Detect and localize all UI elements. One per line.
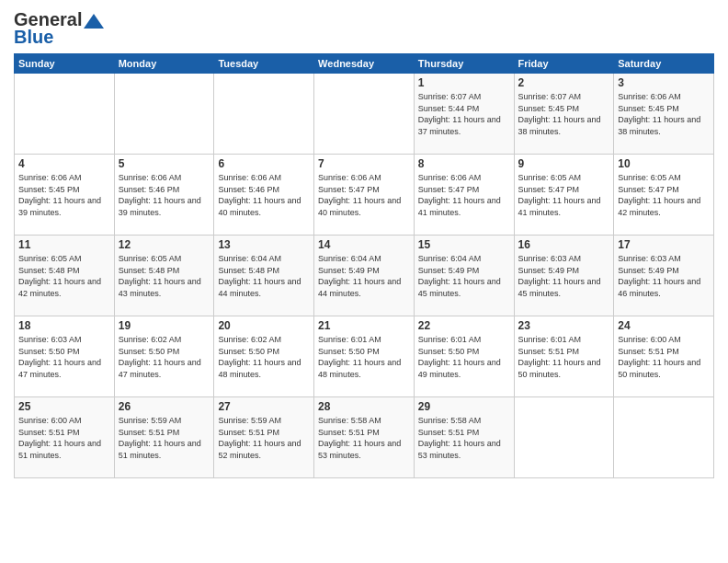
calendar-cell: 12Sunrise: 6:05 AMSunset: 5:48 PMDayligh… — [114, 236, 214, 316]
calendar-cell: 25Sunrise: 6:00 AMSunset: 5:51 PMDayligh… — [15, 397, 115, 478]
calendar-cell: 7Sunrise: 6:06 AMSunset: 5:47 PMDaylight… — [314, 155, 415, 236]
calendar-cell: 29Sunrise: 5:58 AMSunset: 5:51 PMDayligh… — [414, 397, 514, 478]
day-number: 19 — [119, 319, 210, 332]
day-detail: Sunrise: 5:58 AMSunset: 5:51 PMDaylight:… — [318, 415, 410, 461]
day-number: 23 — [518, 319, 610, 332]
calendar-week-row: 4Sunrise: 6:06 AMSunset: 5:45 PMDaylight… — [15, 155, 714, 236]
day-detail: Sunrise: 6:04 AMSunset: 5:49 PMDaylight:… — [418, 253, 510, 299]
weekday-header: Sunday — [15, 54, 115, 74]
day-detail: Sunrise: 5:58 AMSunset: 5:51 PMDaylight:… — [418, 415, 510, 461]
day-number: 24 — [618, 319, 710, 332]
calendar-cell — [15, 74, 115, 155]
day-number: 16 — [518, 238, 610, 251]
day-detail: Sunrise: 6:03 AMSunset: 5:49 PMDaylight:… — [618, 253, 710, 299]
calendar-cell: 28Sunrise: 5:58 AMSunset: 5:51 PMDayligh… — [314, 397, 415, 478]
day-number: 21 — [318, 319, 410, 332]
calendar-cell: 20Sunrise: 6:02 AMSunset: 5:50 PMDayligh… — [214, 316, 314, 397]
day-number: 13 — [218, 238, 310, 251]
day-detail: Sunrise: 6:05 AMSunset: 5:47 PMDaylight:… — [618, 172, 710, 218]
day-detail: Sunrise: 6:07 AMSunset: 5:45 PMDaylight:… — [518, 91, 610, 137]
weekday-header: Wednesday — [314, 54, 415, 74]
day-number: 28 — [318, 400, 410, 413]
calendar-cell: 11Sunrise: 6:05 AMSunset: 5:48 PMDayligh… — [15, 236, 115, 316]
day-number: 5 — [119, 157, 210, 170]
day-detail: Sunrise: 6:01 AMSunset: 5:50 PMDaylight:… — [418, 334, 510, 380]
weekday-header: Friday — [514, 54, 614, 74]
calendar-cell: 14Sunrise: 6:04 AMSunset: 5:49 PMDayligh… — [314, 236, 415, 316]
day-number: 7 — [318, 157, 410, 170]
day-number: 10 — [618, 157, 710, 170]
day-number: 8 — [418, 157, 510, 170]
day-number: 27 — [218, 400, 310, 413]
calendar-cell: 8Sunrise: 6:06 AMSunset: 5:47 PMDaylight… — [414, 155, 514, 236]
day-detail: Sunrise: 6:01 AMSunset: 5:51 PMDaylight:… — [518, 334, 610, 380]
day-number: 9 — [518, 157, 610, 170]
calendar-cell: 18Sunrise: 6:03 AMSunset: 5:50 PMDayligh… — [15, 316, 115, 397]
day-detail: Sunrise: 6:00 AMSunset: 5:51 PMDaylight:… — [18, 415, 110, 461]
day-detail: Sunrise: 6:04 AMSunset: 5:49 PMDaylight:… — [318, 253, 410, 299]
day-detail: Sunrise: 6:01 AMSunset: 5:50 PMDaylight:… — [318, 334, 410, 380]
logo-blue: Blue — [14, 27, 53, 48]
day-number: 11 — [18, 238, 110, 251]
calendar-week-row: 11Sunrise: 6:05 AMSunset: 5:48 PMDayligh… — [15, 236, 714, 316]
calendar-cell: 5Sunrise: 6:06 AMSunset: 5:46 PMDaylight… — [114, 155, 214, 236]
calendar-cell: 1Sunrise: 6:07 AMSunset: 5:44 PMDaylight… — [414, 74, 514, 155]
svg-marker-0 — [84, 14, 104, 29]
day-detail: Sunrise: 6:03 AMSunset: 5:50 PMDaylight:… — [18, 334, 110, 380]
page-header: General Blue — [14, 9, 714, 48]
calendar-week-row: 1Sunrise: 6:07 AMSunset: 5:44 PMDaylight… — [15, 74, 714, 155]
day-number: 1 — [418, 76, 510, 89]
day-number: 14 — [318, 238, 410, 251]
day-number: 26 — [119, 400, 210, 413]
calendar-cell — [314, 74, 415, 155]
day-detail: Sunrise: 6:06 AMSunset: 5:45 PMDaylight:… — [618, 91, 710, 137]
calendar-cell: 16Sunrise: 6:03 AMSunset: 5:49 PMDayligh… — [514, 236, 614, 316]
calendar-cell: 24Sunrise: 6:00 AMSunset: 5:51 PMDayligh… — [614, 316, 714, 397]
weekday-header: Saturday — [614, 54, 714, 74]
calendar-cell: 26Sunrise: 5:59 AMSunset: 5:51 PMDayligh… — [114, 397, 214, 478]
day-number: 3 — [618, 76, 710, 89]
day-detail: Sunrise: 6:06 AMSunset: 5:47 PMDaylight:… — [318, 172, 410, 218]
calendar-cell: 6Sunrise: 6:06 AMSunset: 5:46 PMDaylight… — [214, 155, 314, 236]
calendar-week-row: 25Sunrise: 6:00 AMSunset: 5:51 PMDayligh… — [15, 397, 714, 478]
day-detail: Sunrise: 6:06 AMSunset: 5:46 PMDaylight:… — [218, 172, 310, 218]
logo-icon — [84, 14, 104, 29]
day-number: 22 — [418, 319, 510, 332]
calendar-cell: 3Sunrise: 6:06 AMSunset: 5:45 PMDaylight… — [614, 74, 714, 155]
day-detail: Sunrise: 6:05 AMSunset: 5:48 PMDaylight:… — [18, 253, 110, 299]
day-number: 29 — [418, 400, 510, 413]
weekday-header: Tuesday — [214, 54, 314, 74]
calendar-cell — [214, 74, 314, 155]
calendar-week-row: 18Sunrise: 6:03 AMSunset: 5:50 PMDayligh… — [15, 316, 714, 397]
calendar-cell: 13Sunrise: 6:04 AMSunset: 5:48 PMDayligh… — [214, 236, 314, 316]
calendar-cell: 10Sunrise: 6:05 AMSunset: 5:47 PMDayligh… — [614, 155, 714, 236]
calendar-cell: 22Sunrise: 6:01 AMSunset: 5:50 PMDayligh… — [414, 316, 514, 397]
calendar-cell: 17Sunrise: 6:03 AMSunset: 5:49 PMDayligh… — [614, 236, 714, 316]
day-detail: Sunrise: 6:05 AMSunset: 5:48 PMDaylight:… — [119, 253, 210, 299]
day-number: 12 — [119, 238, 210, 251]
logo: General Blue — [14, 9, 104, 48]
calendar-cell: 23Sunrise: 6:01 AMSunset: 5:51 PMDayligh… — [514, 316, 614, 397]
calendar-header-row: SundayMondayTuesdayWednesdayThursdayFrid… — [15, 54, 714, 74]
weekday-header: Thursday — [414, 54, 514, 74]
day-detail: Sunrise: 5:59 AMSunset: 5:51 PMDaylight:… — [119, 415, 210, 461]
calendar-cell: 4Sunrise: 6:06 AMSunset: 5:45 PMDaylight… — [15, 155, 115, 236]
calendar-table: SundayMondayTuesdayWednesdayThursdayFrid… — [14, 53, 714, 478]
calendar-cell: 9Sunrise: 6:05 AMSunset: 5:47 PMDaylight… — [514, 155, 614, 236]
calendar-cell: 21Sunrise: 6:01 AMSunset: 5:50 PMDayligh… — [314, 316, 415, 397]
day-number: 15 — [418, 238, 510, 251]
day-detail: Sunrise: 6:02 AMSunset: 5:50 PMDaylight:… — [119, 334, 210, 380]
day-detail: Sunrise: 6:04 AMSunset: 5:48 PMDaylight:… — [218, 253, 310, 299]
day-number: 6 — [218, 157, 310, 170]
calendar-cell — [114, 74, 214, 155]
calendar-cell: 27Sunrise: 5:59 AMSunset: 5:51 PMDayligh… — [214, 397, 314, 478]
day-detail: Sunrise: 6:06 AMSunset: 5:47 PMDaylight:… — [418, 172, 510, 218]
day-detail: Sunrise: 5:59 AMSunset: 5:51 PMDaylight:… — [218, 415, 310, 461]
calendar-cell: 19Sunrise: 6:02 AMSunset: 5:50 PMDayligh… — [114, 316, 214, 397]
day-detail: Sunrise: 6:06 AMSunset: 5:45 PMDaylight:… — [18, 172, 110, 218]
day-detail: Sunrise: 6:03 AMSunset: 5:49 PMDaylight:… — [518, 253, 610, 299]
day-number: 18 — [18, 319, 110, 332]
day-detail: Sunrise: 6:05 AMSunset: 5:47 PMDaylight:… — [518, 172, 610, 218]
day-number: 20 — [218, 319, 310, 332]
calendar-cell — [614, 397, 714, 478]
